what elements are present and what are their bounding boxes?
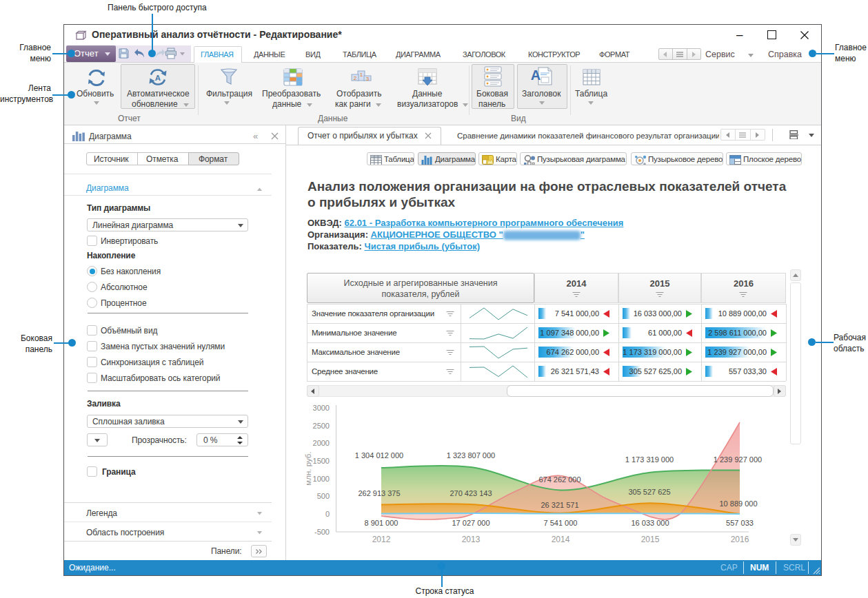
svg-text:16 033 000: 16 033 000 bbox=[631, 519, 669, 527]
svg-text:1000: 1000 bbox=[313, 475, 330, 483]
svg-text:674 262 000: 674 262 000 bbox=[538, 475, 581, 484]
svg-text:1500: 1500 bbox=[313, 457, 330, 465]
svg-text:1 304 012 000: 1 304 012 000 bbox=[355, 451, 403, 460]
svg-text:8 901 000: 8 901 000 bbox=[365, 519, 398, 527]
svg-text:500: 500 bbox=[317, 492, 330, 500]
svg-text:-500: -500 bbox=[314, 528, 330, 536]
svg-text:2015: 2015 bbox=[641, 535, 660, 544]
svg-text:1 323 807 000: 1 323 807 000 bbox=[447, 451, 495, 460]
svg-text:2: 2 bbox=[354, 75, 357, 81]
svg-text:1 239 927 000: 1 239 927 000 bbox=[714, 455, 762, 464]
svg-text:2012: 2012 bbox=[372, 535, 391, 544]
svg-text:1: 1 bbox=[360, 72, 363, 78]
svg-text:2000: 2000 bbox=[313, 439, 330, 447]
svg-text:3000: 3000 bbox=[313, 404, 330, 412]
svg-text:1 173 319 000: 1 173 319 000 bbox=[625, 455, 674, 464]
svg-text:2014: 2014 bbox=[552, 535, 570, 544]
svg-text:2013: 2013 bbox=[462, 535, 481, 544]
svg-text:26 321 571: 26 321 571 bbox=[541, 501, 578, 509]
svg-text:262 913 375: 262 913 375 bbox=[358, 489, 400, 497]
svg-text:270 423 143: 270 423 143 bbox=[450, 489, 492, 497]
svg-text:557 033: 557 033 bbox=[726, 519, 754, 527]
svg-text:A: A bbox=[155, 74, 161, 82]
svg-text:2016: 2016 bbox=[731, 535, 749, 544]
svg-text:0: 0 bbox=[325, 510, 330, 518]
svg-text:10 889 000: 10 889 000 bbox=[719, 499, 757, 508]
svg-text:A: A bbox=[531, 68, 541, 83]
svg-text:3: 3 bbox=[366, 76, 370, 82]
svg-text:млн. руб.: млн. руб. bbox=[304, 451, 312, 485]
svg-text:2500: 2500 bbox=[313, 422, 330, 430]
svg-text:7 541 000: 7 541 000 bbox=[544, 519, 578, 527]
svg-text:305 527 625: 305 527 625 bbox=[628, 488, 670, 496]
svg-text:17 027 000: 17 027 000 bbox=[452, 519, 489, 527]
